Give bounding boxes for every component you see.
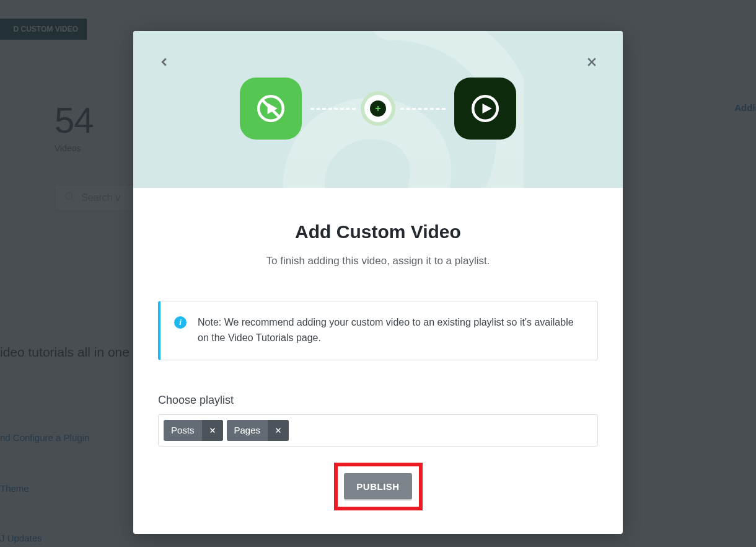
publish-button[interactable]: PUBLISH — [344, 473, 411, 499]
source-video-icon — [240, 78, 302, 140]
close-icon — [586, 56, 598, 68]
playlist-tag-pages: Pages — [227, 420, 289, 441]
playlist-field-label: Choose playlist — [158, 394, 598, 407]
modal-title: Add Custom Video — [158, 221, 598, 242]
playlist-tag-label: Pages — [227, 425, 268, 435]
modal-subtitle: To finish adding this video, assign it t… — [158, 255, 598, 267]
info-note-text: Note: We recommend adding your custom vi… — [198, 317, 574, 343]
dashed-connector — [400, 108, 446, 110]
modal-hero — [133, 31, 623, 188]
dashed-connector — [310, 108, 356, 110]
remove-tag-posts[interactable] — [202, 420, 223, 441]
publish-highlight-box: PUBLISH — [334, 463, 423, 510]
info-note: i Note: We recommend adding your custom … — [158, 301, 598, 360]
target-video-icon — [454, 78, 516, 140]
publish-button-label: PUBLISH — [356, 481, 399, 492]
svg-marker-10 — [483, 104, 492, 113]
remove-tag-pages[interactable] — [268, 420, 289, 441]
close-button[interactable] — [583, 53, 600, 71]
close-icon — [209, 427, 216, 434]
add-custom-video-modal: Add Custom Video To finish adding this v… — [133, 31, 623, 534]
playlist-tag-posts: Posts — [164, 420, 223, 441]
chevron-left-icon — [157, 55, 171, 69]
add-icon — [364, 95, 392, 122]
back-button[interactable] — [156, 53, 173, 71]
playlist-tag-input[interactable]: Posts Pages — [158, 414, 598, 447]
close-icon — [275, 427, 282, 434]
info-icon: i — [174, 316, 187, 329]
playlist-tag-label: Posts — [164, 425, 202, 435]
